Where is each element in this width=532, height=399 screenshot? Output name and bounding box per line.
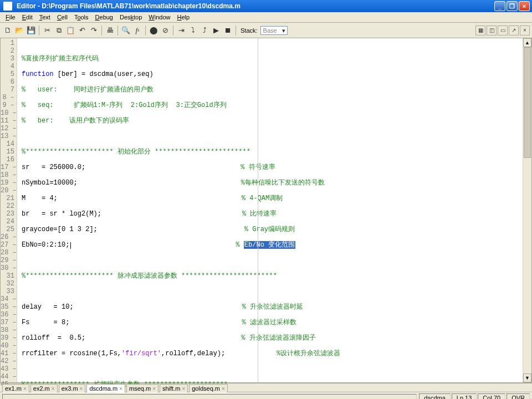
- layout-3-icon[interactable]: ▭: [498, 25, 508, 35]
- exit-debug-icon[interactable]: ⏹: [222, 25, 233, 36]
- tab-ex3-m[interactable]: ex3.m ×: [59, 384, 86, 392]
- menu-bar: File Edit Text Cell Tools Debug Desktop …: [0, 12, 532, 23]
- tab-dscdma-m[interactable]: dscdma.m ×: [86, 384, 125, 392]
- menu-edit[interactable]: Edit: [19, 13, 36, 22]
- stack-select[interactable]: Base: [260, 26, 288, 35]
- find-icon[interactable]: 🔍: [120, 25, 131, 36]
- tab-close-icon[interactable]: ×: [222, 386, 225, 392]
- tab-close-icon[interactable]: ×: [182, 386, 185, 392]
- text-selection: Eb/No 变化范围: [244, 241, 295, 249]
- scroll-up-icon[interactable]: ▲: [523, 38, 531, 47]
- step-out-icon[interactable]: ⤴: [199, 25, 210, 36]
- menu-help[interactable]: Help: [174, 13, 193, 22]
- menu-window[interactable]: Window: [145, 13, 173, 22]
- fx-icon[interactable]: fx: [132, 25, 143, 36]
- mdi-close-icon[interactable]: ×: [520, 25, 530, 35]
- vertical-scrollbar[interactable]: ▲ ▼: [523, 38, 531, 382]
- app-icon: ✎: [3, 2, 12, 11]
- menu-text[interactable]: Text: [36, 13, 54, 22]
- toolbar: 🗋 📂 💾 ✂ ⧉ 📋 ↶ ↷ 🖶 🔍 fx ⬤ ⊘ ⇥ ⤵ ⤴ ▶ ⏹ Sta…: [0, 23, 532, 38]
- menu-cell[interactable]: Cell: [54, 13, 71, 22]
- menu-file[interactable]: File: [2, 13, 19, 22]
- tab-close-icon[interactable]: ×: [52, 386, 55, 392]
- layout-1-icon[interactable]: ▦: [475, 25, 485, 35]
- layout-2-icon[interactable]: ◫: [487, 25, 497, 35]
- menu-tools[interactable]: Tools: [71, 13, 92, 22]
- dock-icon[interactable]: ↗: [509, 25, 519, 35]
- scroll-down-icon[interactable]: ▼: [523, 374, 531, 382]
- line-gutter: 12345678 –9 –10 –11 –12 –13 –14151617 –1…: [1, 38, 17, 382]
- save-icon[interactable]: 💾: [25, 25, 37, 36]
- tab-close-icon[interactable]: ×: [23, 386, 27, 392]
- tab-mseq-m[interactable]: mseq.m ×: [126, 384, 158, 392]
- paste-icon[interactable]: 📋: [65, 25, 76, 36]
- breakpoint-clear-icon[interactable]: ⊘: [160, 25, 171, 36]
- undo-icon[interactable]: ↶: [76, 25, 88, 36]
- open-file-icon[interactable]: 📂: [14, 25, 25, 36]
- menu-desktop[interactable]: Desktop: [116, 13, 145, 22]
- maximize-button[interactable]: ❐: [507, 1, 518, 11]
- close-button[interactable]: ×: [519, 1, 530, 11]
- tab-close-icon[interactable]: ×: [119, 386, 122, 392]
- code-area[interactable]: %直接序列扩频主程序代码 function [ber] = dscdma(use…: [17, 38, 531, 382]
- menu-debug[interactable]: Debug: [92, 13, 116, 22]
- step-in-icon[interactable]: ⤵: [187, 25, 198, 36]
- breakpoint-set-icon[interactable]: ⬤: [148, 25, 159, 36]
- title-bar: ✎ Editor - D:\Program Files\MATLAB71\wor…: [0, 0, 532, 12]
- right-margin-line: [258, 38, 258, 382]
- copy-icon[interactable]: ⧉: [53, 25, 64, 36]
- new-file-icon[interactable]: 🗋: [2, 25, 13, 36]
- print-icon[interactable]: 🖶: [104, 25, 115, 36]
- tab-ex1-m[interactable]: ex1.m ×: [2, 384, 29, 392]
- redo-icon[interactable]: ↷: [88, 25, 99, 36]
- editor-area: 12345678 –9 –10 –11 –12 –13 –14151617 –1…: [0, 38, 532, 383]
- stack-label: Stack:: [241, 27, 258, 34]
- step-icon[interactable]: ⇥: [176, 25, 187, 36]
- window-title: Editor - D:\Program Files\MATLAB71\work\…: [14, 2, 494, 10]
- minimize-button[interactable]: _: [494, 1, 505, 11]
- tab-ex2-m[interactable]: ex2.m ×: [30, 384, 58, 392]
- scroll-thumb[interactable]: [524, 47, 531, 158]
- cut-icon[interactable]: ✂: [42, 25, 53, 36]
- tab-goldseq-m[interactable]: goldseq.m ×: [189, 384, 228, 392]
- tab-close-icon[interactable]: ×: [152, 386, 156, 392]
- text-cursor: [70, 242, 71, 249]
- continue-icon[interactable]: ▶: [211, 25, 222, 36]
- tab-shift-m[interactable]: shift.m ×: [160, 384, 188, 392]
- tab-close-icon[interactable]: ×: [80, 386, 83, 392]
